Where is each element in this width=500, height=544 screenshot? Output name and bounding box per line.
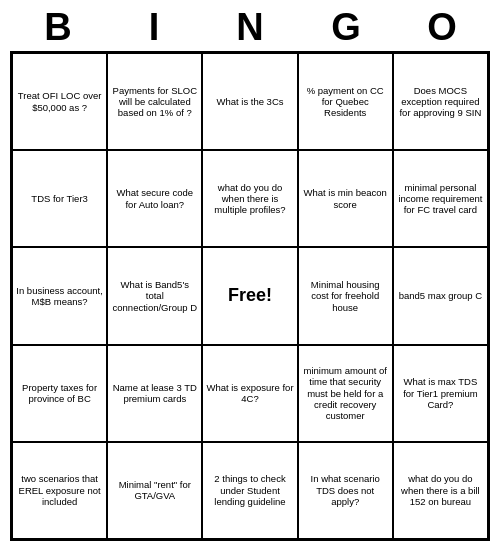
- header-letter-O: O: [398, 6, 486, 49]
- bingo-cell-18[interactable]: minimum amount of time that security mus…: [298, 345, 393, 442]
- bingo-cell-9[interactable]: minimal personal income requirement for …: [393, 150, 488, 247]
- bingo-cell-19[interactable]: What is max TDS for Tier1 premium Card?: [393, 345, 488, 442]
- bingo-cell-21[interactable]: Minimal "rent" for GTA/GVA: [107, 442, 202, 539]
- bingo-grid: Treat OFI LOC over $50,000 as ?Payments …: [10, 51, 490, 541]
- header-letter-I: I: [110, 6, 198, 49]
- bingo-cell-22[interactable]: 2 things to check under Student lending …: [202, 442, 297, 539]
- bingo-cell-6[interactable]: What secure code for Auto loan?: [107, 150, 202, 247]
- bingo-header: BINGO: [10, 0, 490, 51]
- bingo-cell-17[interactable]: What is exposure for 4C?: [202, 345, 297, 442]
- bingo-cell-12[interactable]: Free!: [202, 247, 297, 344]
- bingo-cell-7[interactable]: what do you do when there is multiple pr…: [202, 150, 297, 247]
- bingo-cell-8[interactable]: What is min beacon score: [298, 150, 393, 247]
- bingo-cell-11[interactable]: What is Band5's total connection/Group D: [107, 247, 202, 344]
- bingo-cell-13[interactable]: Minimal housing cost for freehold house: [298, 247, 393, 344]
- bingo-cell-10[interactable]: In business account, M$B means?: [12, 247, 107, 344]
- bingo-cell-14[interactable]: band5 max group C: [393, 247, 488, 344]
- header-letter-N: N: [206, 6, 294, 49]
- bingo-cell-4[interactable]: Does MOCS exception required for approvi…: [393, 53, 488, 150]
- bingo-cell-16[interactable]: Name at lease 3 TD premium cards: [107, 345, 202, 442]
- bingo-cell-20[interactable]: two scenarios that EREL exposure not inc…: [12, 442, 107, 539]
- bingo-cell-0[interactable]: Treat OFI LOC over $50,000 as ?: [12, 53, 107, 150]
- header-letter-B: B: [14, 6, 102, 49]
- header-letter-G: G: [302, 6, 390, 49]
- bingo-cell-24[interactable]: what do you do when there is a bill 152 …: [393, 442, 488, 539]
- bingo-cell-15[interactable]: Property taxes for province of BC: [12, 345, 107, 442]
- bingo-cell-1[interactable]: Payments for SLOC will be calculated bas…: [107, 53, 202, 150]
- bingo-cell-23[interactable]: In what scenario TDS does not apply?: [298, 442, 393, 539]
- bingo-cell-2[interactable]: What is the 3Cs: [202, 53, 297, 150]
- bingo-cell-3[interactable]: % payment on CC for Quebec Residents: [298, 53, 393, 150]
- bingo-cell-5[interactable]: TDS for Tier3: [12, 150, 107, 247]
